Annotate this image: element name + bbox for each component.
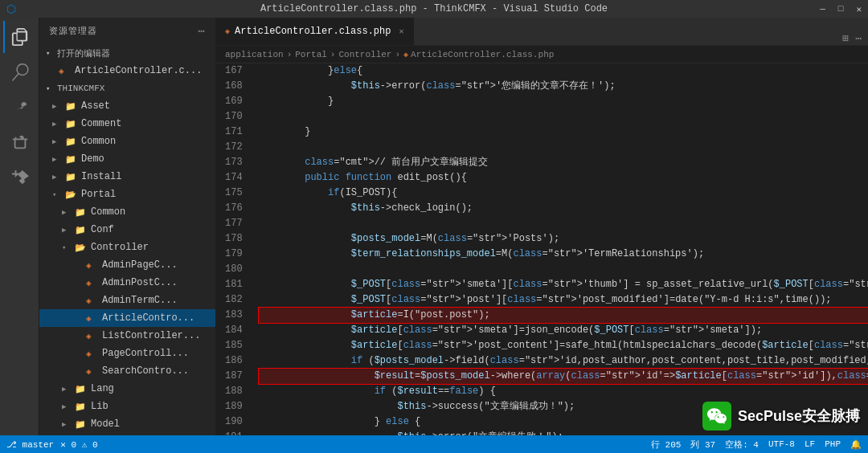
chevron-asset: ▶ xyxy=(52,102,65,111)
tree-item-portal[interactable]: ▾ 📂 Portal xyxy=(39,186,215,203)
code-line: if ($result==false) { xyxy=(259,384,868,399)
open-editors-label: 打开的编辑器 xyxy=(57,47,110,59)
code-line: $term_relationships_model=M(class="str">… xyxy=(259,247,868,262)
open-editor-file[interactable]: ◈ ArticleController.c... xyxy=(39,62,215,80)
tree-item-portal-conf[interactable]: ▶ 📁 Conf xyxy=(39,221,215,239)
tree-item-demo[interactable]: ▶ 📁 Demo xyxy=(39,150,215,168)
tab-label: ArticleController.class.php xyxy=(235,26,391,37)
tree-item-pagecontroll[interactable]: ◈ PageControll... xyxy=(39,345,215,362)
chevron-portal-common: ▶ xyxy=(62,208,75,217)
code-container[interactable]: 1671681691701711721731741751761771781791… xyxy=(215,63,868,435)
thinkcmfx-section[interactable]: ▾ THINKCMFX xyxy=(39,80,215,97)
folder-icon-lib: 📁 xyxy=(75,402,88,412)
maximize-button[interactable]: □ xyxy=(838,4,844,14)
chevron-model: ▶ xyxy=(62,420,75,429)
tree-item-lib[interactable]: ▶ 📁 Lib xyxy=(39,398,215,415)
code-line: $this->error(class="str">'您编辑的文章不存在！'); xyxy=(259,79,868,94)
tree-item-asset[interactable]: ▶ 📁 Asset xyxy=(39,97,215,115)
tab-article-controller[interactable]: ◈ ArticleController.class.php ✕ xyxy=(215,18,414,45)
tree-item-listcontroller[interactable]: ◈ ListController... xyxy=(39,327,215,345)
folder-icon-common: 📁 xyxy=(65,137,78,147)
breadcrumb-php-icon: ◈ xyxy=(403,50,408,59)
chevron-install: ▶ xyxy=(52,173,65,182)
chevron-portal-conf: ▶ xyxy=(62,226,75,235)
main-layout: 资源管理器 ⋯ ▾ 打开的编辑器 ◈ ArticleController.c..… xyxy=(0,18,868,435)
split-editor-icon[interactable]: ⊞ xyxy=(842,32,849,45)
tab-bar: ◈ ArticleController.class.php ✕ ⊞ ⋯ xyxy=(215,18,868,46)
title-bar: ⬡ ArticleController.class.php - ThinkCMF… xyxy=(0,0,868,18)
code-line: $article=I("post.post"); xyxy=(259,308,868,323)
tree-item-portal-common[interactable]: ▶ 📁 Common xyxy=(39,203,215,221)
title-bar-left: ⬡ xyxy=(6,2,16,16)
code-line: $this->check_login(); xyxy=(259,201,868,216)
breadcrumb-portal[interactable]: Portal xyxy=(295,50,327,59)
minimize-button[interactable]: — xyxy=(820,4,825,14)
code-line: $this->error("文章编辑失败！"); xyxy=(259,430,868,435)
code-line: $article[class="str">'post_content']=saf… xyxy=(259,338,868,353)
explorer-icon[interactable] xyxy=(3,21,35,53)
folder-icon-lang: 📁 xyxy=(75,384,88,394)
debug-icon[interactable] xyxy=(3,127,35,159)
git-branch[interactable]: ⎇ master xyxy=(6,439,54,450)
tree-item-lang[interactable]: ▶ 📁 Lang xyxy=(39,380,215,398)
status-line-ending[interactable]: LF xyxy=(805,439,815,449)
status-col[interactable]: 列 37 xyxy=(690,439,715,451)
code-line: $this->success("文章编辑成功！"); xyxy=(259,399,868,414)
code-editor[interactable]: }else{ $this->error(class="str">'您编辑的文章不… xyxy=(252,63,868,435)
error-count[interactable]: ✕ 0 ⚠ 0 xyxy=(60,439,97,450)
chevron-demo: ▶ xyxy=(52,155,65,164)
folder-icon-portal: 📂 xyxy=(65,190,78,200)
chevron-comment: ▶ xyxy=(52,120,65,129)
tree-item-controller[interactable]: ▾ 📂 Controller xyxy=(39,239,215,256)
status-language[interactable]: PHP xyxy=(825,439,841,449)
activity-bar xyxy=(0,18,39,435)
sidebar: 资源管理器 ⋯ ▾ 打开的编辑器 ◈ ArticleController.c..… xyxy=(39,18,215,435)
status-left: ⎇ master ✕ 0 ⚠ 0 xyxy=(6,439,98,450)
folder-icon-install: 📁 xyxy=(65,172,78,182)
source-control-icon[interactable] xyxy=(3,92,35,124)
code-line: } else { xyxy=(259,414,868,430)
close-button[interactable]: ✕ xyxy=(856,4,862,14)
php-icon-adminterm: ◈ xyxy=(86,296,99,306)
sidebar-title: 资源管理器 xyxy=(49,25,97,37)
breadcrumb-current[interactable]: ◈ ArticleController.class.php xyxy=(403,50,554,59)
tree-item-install[interactable]: ▶ 📁 Install xyxy=(39,168,215,186)
search-icon[interactable] xyxy=(3,56,35,88)
code-line: $_POST[class="str">'post'][class="str">'… xyxy=(259,292,868,308)
code-line: if ($posts_model->field(class="str">'id,… xyxy=(259,353,868,369)
chevron-controller: ▾ xyxy=(62,243,75,252)
tree-item-adminterm[interactable]: ◈ AdminTermC... xyxy=(39,292,215,309)
tree-item-adminpagec[interactable]: ◈ AdminPageC... xyxy=(39,256,215,274)
folder-icon-asset: 📁 xyxy=(65,101,78,112)
code-line: }else{ xyxy=(259,63,868,79)
breadcrumb-controller[interactable]: Controller xyxy=(338,50,391,59)
status-bell[interactable]: 🔔 xyxy=(850,439,862,450)
chevron-lang: ▶ xyxy=(62,385,75,394)
more-actions-icon[interactable]: ⋯ xyxy=(855,32,862,45)
code-line: $result=$posts_model->where(array(class=… xyxy=(259,369,868,384)
tab-php-icon: ◈ xyxy=(225,27,230,36)
tree-item-articlecontroller[interactable]: ◈ ArticleContro... xyxy=(39,309,215,327)
sidebar-more-icon[interactable]: ⋯ xyxy=(199,24,206,38)
breadcrumb: application › Portal › Controller › ◈ Ar… xyxy=(215,46,868,63)
status-spaces[interactable]: 空格: 4 xyxy=(725,439,759,451)
chevron-common: ▶ xyxy=(52,137,65,146)
php-icon-search: ◈ xyxy=(86,366,99,377)
tree-item-searchcontro[interactable]: ◈ SearchContro... xyxy=(39,362,215,380)
tab-bar-icons: ⊞ ⋯ xyxy=(836,32,868,45)
tree-item-comment[interactable]: ▶ 📁 Comment xyxy=(39,115,215,133)
tree-item-model[interactable]: ▶ 📁 Model xyxy=(39,415,215,433)
tab-close-button[interactable]: ✕ xyxy=(399,27,403,36)
folder-icon-model: 📁 xyxy=(75,419,88,430)
breadcrumb-filename: ArticleController.class.php xyxy=(411,50,554,59)
tree-item-adminpostc[interactable]: ◈ AdminPostC... xyxy=(39,274,215,292)
extensions-icon[interactable] xyxy=(3,162,35,194)
open-editors-section[interactable]: ▾ 打开的编辑器 xyxy=(39,44,215,62)
tree-item-common[interactable]: ▶ 📁 Common xyxy=(39,133,215,150)
code-line: $article[class="str">'smeta']=json_encod… xyxy=(259,323,868,338)
open-editors-chevron: ▾ xyxy=(46,49,57,58)
breadcrumb-application[interactable]: application xyxy=(225,50,284,59)
status-line[interactable]: 行 205 xyxy=(651,439,681,451)
sidebar-tree[interactable]: ▾ 打开的编辑器 ◈ ArticleController.c... ▾ THIN… xyxy=(39,44,215,435)
status-encoding[interactable]: UTF-8 xyxy=(768,439,795,449)
